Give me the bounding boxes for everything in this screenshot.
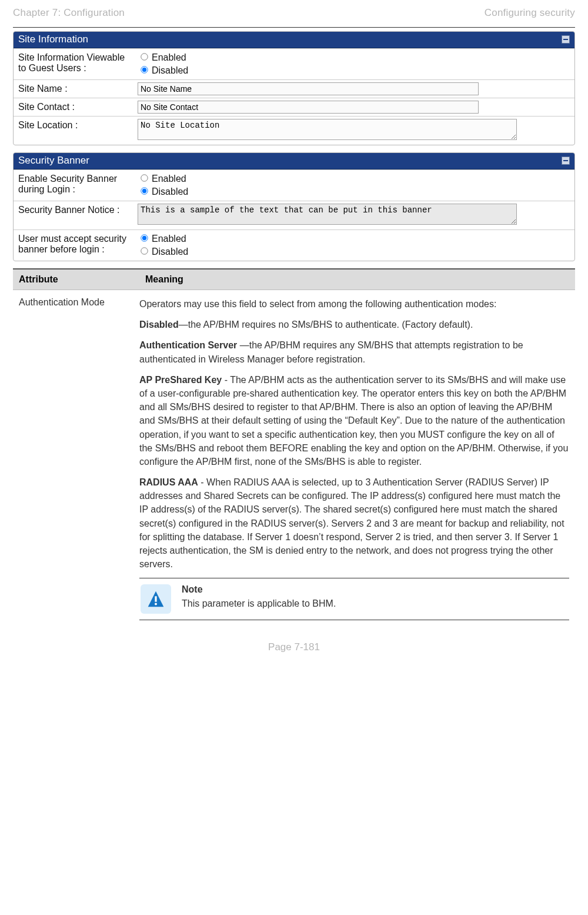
header-left: Chapter 7: Configuration — [13, 7, 125, 19]
site-name-label: Site Name : — [14, 80, 134, 98]
meaning-p5: RADIUS AAA - When RADIUS AAA is selected… — [139, 475, 569, 571]
page-footer: Page 7-181 — [0, 620, 588, 666]
label-text: Disabled — [152, 187, 188, 197]
meaning-p4: AP PreShared Key - The AP/BHM acts as th… — [139, 373, 569, 468]
attr-head-meaning: Meaning — [139, 269, 575, 290]
svg-rect-0 — [155, 597, 156, 603]
site-contact-input[interactable] — [138, 101, 479, 114]
bold-term: Authentication Server — [139, 340, 240, 350]
rest-text: —the AP/BHM requires no SMs/BHS to authe… — [179, 320, 473, 330]
collapse-icon[interactable] — [562, 157, 570, 165]
svg-point-1 — [155, 603, 157, 605]
enable-banner-enabled[interactable]: Enabled — [138, 172, 571, 185]
attr-name: Authentication Mode — [13, 297, 139, 620]
label-text: Disabled — [152, 247, 188, 257]
site-location-label: Site Location : — [14, 117, 134, 145]
banner-notice-label: Security Banner Notice : — [14, 201, 134, 229]
site-contact-label: Site Contact : — [14, 98, 134, 116]
site-information-title: Site Information — [18, 34, 88, 45]
collapse-icon[interactable] — [562, 35, 570, 44]
rest-text: - The AP/BHM acts as the authentication … — [139, 375, 568, 467]
header-right: Configuring security — [485, 7, 575, 19]
note-title: Note — [182, 584, 336, 595]
meaning-p1: Operators may use this field to select f… — [139, 297, 569, 311]
accept-banner-disabled[interactable]: Disabled — [138, 245, 571, 258]
label-text: Enabled — [152, 234, 186, 244]
site-name-input[interactable] — [138, 82, 479, 95]
site-information-panel: Site Information Site Information Viewab… — [13, 31, 575, 145]
site-location-input[interactable] — [138, 119, 517, 140]
security-banner-panel: Security Banner Enable Security Banner d… — [13, 152, 575, 261]
note-box: Note This parameter is applicable to BHM… — [139, 578, 569, 620]
label-text: Disabled — [152, 65, 188, 75]
attr-head-attribute: Attribute — [13, 269, 139, 290]
security-banner-title: Security Banner — [18, 155, 89, 167]
site-guest-disabled[interactable]: Disabled — [138, 64, 571, 77]
attribute-table: Attribute Meaning Authentication Mode Op… — [13, 268, 575, 620]
site-guest-enabled[interactable]: Enabled — [138, 51, 571, 64]
banner-notice-input[interactable] — [138, 204, 517, 225]
note-text: This parameter is applicable to BHM. — [182, 598, 336, 609]
meaning-p2: Disabled—the AP/BHM requires no SMs/BHS … — [139, 318, 569, 331]
rest-text: - When RADIUS AAA is selected, up to 3 A… — [139, 477, 564, 569]
accept-banner-enabled[interactable]: Enabled — [138, 232, 571, 245]
meaning-p3: Authentication Server —the AP/BHM requir… — [139, 338, 569, 365]
note-icon — [141, 584, 171, 614]
bold-term: RADIUS AAA — [139, 477, 198, 487]
label-text: Enabled — [152, 52, 186, 62]
enable-banner-disabled[interactable]: Disabled — [138, 185, 571, 198]
label-text: Enabled — [152, 174, 186, 184]
site-guest-label: Site Information Viewable to Guest Users… — [14, 49, 134, 79]
bold-term: AP PreShared Key — [139, 375, 222, 385]
accept-banner-label: User must accept security banner before … — [14, 230, 134, 261]
enable-banner-label: Enable Security Banner during Login : — [14, 170, 134, 201]
bold-term: Disabled — [139, 320, 179, 330]
